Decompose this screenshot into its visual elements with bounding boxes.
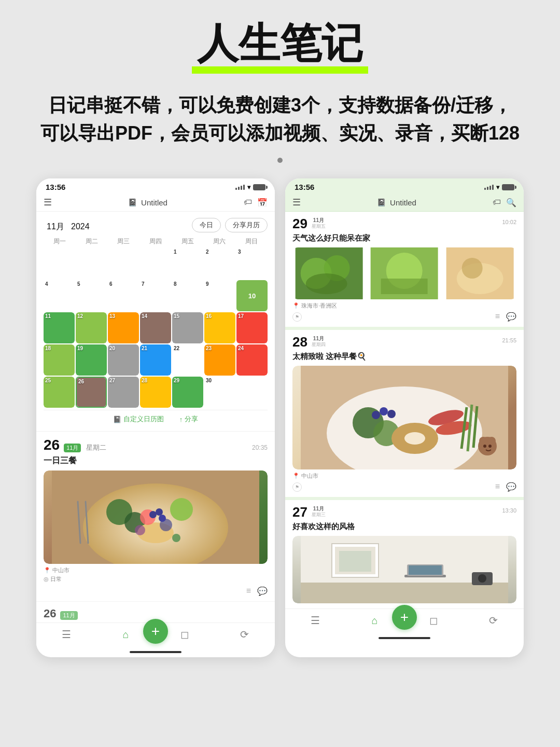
- food-svg: [44, 471, 268, 564]
- cal-day-9[interactable]: 9: [204, 280, 235, 311]
- month-badge-28: 11月 星期四: [312, 335, 326, 348]
- nav-menu[interactable]: ☰: [62, 628, 71, 641]
- cal-day-18[interactable]: 18: [44, 344, 75, 376]
- cal-day-14[interactable]: 14: [140, 312, 171, 343]
- cal-day-5[interactable]: 5: [76, 280, 107, 311]
- right-home-icon: ⌂: [371, 615, 377, 627]
- nav-home[interactable]: ⌂: [122, 629, 129, 641]
- feed-text-28: 太精致啦 这种早餐🍳: [292, 352, 516, 362]
- cal-day-2[interactable]: 2: [204, 248, 235, 279]
- entry-date-row: 26 11月 星期二 20:35: [44, 437, 268, 453]
- svg-rect-46: [301, 583, 508, 603]
- cal-day-17[interactable]: 17: [236, 312, 268, 343]
- signal-icon: [484, 185, 494, 190]
- svg-point-36: [372, 411, 380, 419]
- flag-icon[interactable]: ⚑: [292, 312, 302, 322]
- right-status-bar: 13:56 ▾: [285, 178, 524, 193]
- cal-day-8[interactable]: 8: [172, 280, 203, 311]
- right-nav-history[interactable]: ⟳: [489, 614, 498, 627]
- more-icon-28[interactable]: ≡: [495, 482, 500, 492]
- nav-history[interactable]: ⟳: [240, 628, 249, 641]
- time-27: 13:30: [502, 507, 516, 514]
- right-menu-icon[interactable]: ☰: [292, 197, 301, 208]
- subtitle: 日记串挺不错，可以免费创建3个，支持数据备份/迁移， 可以导出PDF，会员可以添…: [30, 91, 530, 147]
- share-icon: ↑: [179, 416, 183, 423]
- customize-calendar-btn[interactable]: 📓 自定义日历图: [113, 414, 164, 424]
- cal-day-23[interactable]: 23: [204, 344, 235, 376]
- cal-day-21[interactable]: 21: [140, 344, 171, 376]
- cal-day-19[interactable]: 19: [76, 344, 107, 376]
- cal-day-29[interactable]: 29: [172, 377, 203, 408]
- comment-action-icon[interactable]: 💬: [506, 312, 516, 322]
- home-indicator: [130, 651, 181, 653]
- right-tag-icon[interactable]: 🏷: [493, 198, 501, 208]
- cal-day-6[interactable]: 6: [108, 280, 139, 311]
- cal-day-3[interactable]: 3: [236, 248, 268, 279]
- svg-rect-52: [409, 565, 442, 575]
- right-nav-home[interactable]: ⌂: [371, 615, 377, 627]
- cal-day-20[interactable]: 20: [108, 344, 139, 376]
- right-fab-button[interactable]: +: [392, 605, 417, 630]
- left-bottom-nav: ☰ ⌂ + ◻ ⟳: [36, 622, 275, 649]
- month-header: 11月 2024 今日 分享月历: [44, 217, 268, 233]
- dot: [277, 158, 283, 163]
- fab-button[interactable]: +: [143, 619, 168, 644]
- right-calendar-icon: ◻: [429, 614, 438, 627]
- cal-day-1[interactable]: 1: [172, 248, 203, 279]
- cal-empty: [44, 248, 75, 279]
- share-month-button[interactable]: 分享月历: [225, 218, 268, 232]
- food-image: [44, 471, 268, 564]
- cal-day-16[interactable]: 16: [204, 312, 235, 343]
- cal-day-22[interactable]: 22: [172, 344, 203, 376]
- nav-calendar-tab[interactable]: ◻: [180, 628, 189, 641]
- app-title: 人生笔记: [192, 21, 368, 66]
- svg-point-43: [488, 445, 492, 448]
- more-action-icon[interactable]: ≡: [495, 312, 500, 322]
- flag-icon-28[interactable]: ⚑: [292, 482, 302, 492]
- battery-icon: [253, 184, 265, 190]
- cal-day-25[interactable]: 25: [44, 377, 75, 408]
- day-27: 27: [292, 505, 307, 519]
- cal-day-10[interactable]: 10: [236, 280, 268, 311]
- cal-day-12[interactable]: 12: [76, 312, 107, 343]
- cal-day-30[interactable]: 30: [204, 377, 235, 408]
- right-nav-calendar[interactable]: ◻: [429, 614, 438, 627]
- time-28: 21:55: [502, 337, 516, 343]
- more-icon[interactable]: ≡: [246, 586, 251, 596]
- feed-room-image: [292, 536, 516, 603]
- day-28: 28: [292, 335, 307, 349]
- cal-day-11[interactable]: 11: [44, 312, 75, 343]
- cal-day-24[interactable]: 24: [236, 344, 268, 376]
- cal-day-26[interactable]: 26: [76, 377, 107, 408]
- entry-month-badge: 11月: [64, 444, 81, 452]
- search-icon[interactable]: 🔍: [506, 198, 516, 208]
- svg-point-38: [387, 410, 396, 418]
- cal-day-28[interactable]: 28: [140, 377, 171, 408]
- calendar-icon[interactable]: 📅: [257, 198, 268, 208]
- feed-actions-29: ⚑ ≡ 💬: [292, 310, 516, 322]
- feed-single-image-28: [292, 366, 516, 469]
- entry-image: [44, 471, 268, 564]
- right-nav-menu[interactable]: ☰: [311, 614, 320, 627]
- entry-actions: ≡ 💬: [44, 583, 268, 596]
- tag-icon[interactable]: 🏷: [244, 198, 252, 208]
- svg-point-24: [461, 258, 482, 279]
- tag-label-icon: ◎: [44, 576, 49, 583]
- entry-title: 一日三餐: [44, 455, 268, 466]
- share-calendar-btn[interactable]: ↑ 分享: [179, 414, 199, 424]
- cal-day-7[interactable]: 7: [140, 280, 171, 311]
- left-app-header: ☰ 📓 Untitled 🏷 📅: [36, 193, 275, 212]
- month-badge-29: 11月 星期五: [312, 217, 326, 230]
- cal-day-15[interactable]: 15: [172, 312, 203, 343]
- cal-day-27[interactable]: 27: [108, 377, 139, 408]
- comment-icon-28[interactable]: 💬: [506, 482, 516, 492]
- left-phone: 13:56 ▾ ☰ 📓 Untitled 🏷 📅: [36, 178, 275, 657]
- cal-day-13[interactable]: 13: [108, 312, 139, 343]
- location-pin-icon: 📍: [44, 567, 51, 574]
- today-button[interactable]: 今日: [192, 218, 221, 232]
- comment-icon[interactable]: 💬: [257, 586, 268, 596]
- calendar-section: 11月 2024 今日 分享月历 周一 周二 周三 周四 周五 周六 周日: [36, 212, 275, 431]
- calendar-grid: 1 2 3 4 5 6 7 8 9 10 11 12 13 14 15 16 1…: [44, 248, 268, 408]
- cal-day-4[interactable]: 4: [44, 280, 75, 311]
- menu-icon[interactable]: ☰: [44, 197, 52, 208]
